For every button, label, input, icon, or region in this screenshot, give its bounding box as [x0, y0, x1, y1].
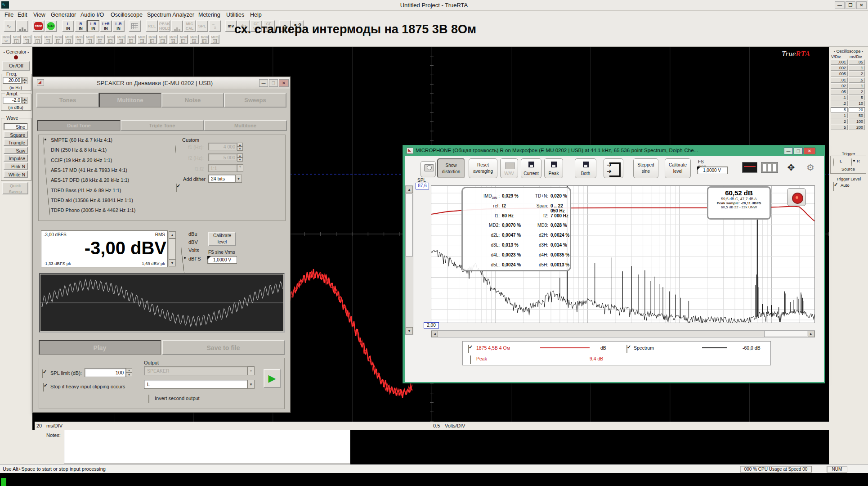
level-down-spinner[interactable]: ▼ [169, 259, 176, 266]
ratio-dropdown-arrow[interactable]: ▼ [237, 164, 243, 172]
y-axis-top-value[interactable]: 87,6 [416, 183, 429, 189]
mem-button-9[interactable]: Mem9 [95, 35, 105, 44]
bar-display-icon[interactable] [761, 162, 778, 173]
f2-down-spinner[interactable]: ▼ [237, 158, 243, 162]
subtab-dual-tone[interactable]: Dual Tone [37, 120, 121, 131]
level-up-spinner[interactable]: ▲ [169, 231, 176, 238]
scroll-left-arrow[interactable]: ◄ [431, 331, 438, 337]
vdiv-button-5[interactable]: 5 [831, 125, 848, 130]
toolbar-button-spectrum-bars[interactable] [171, 20, 183, 32]
ratio-dropdown[interactable]: 1:1 [208, 164, 237, 172]
stepped-sine-button[interactable]: Stepped sine [633, 158, 658, 178]
stop-clipping-checkbox[interactable] [43, 383, 44, 392]
msdiv-button-100[interactable]: 100 [849, 119, 865, 124]
msdiv-button-1[interactable]: 1 [849, 83, 865, 89]
wave-button-saw[interactable]: Saw [4, 147, 28, 154]
msdiv-button-10[interactable]: 10 [849, 101, 865, 106]
wave-button-whiten[interactable]: White N [4, 171, 28, 178]
mem-button-8[interactable]: Mem8 [85, 35, 94, 44]
mem-button-3[interactable]: Mem3 [33, 35, 42, 44]
vdiv-button-.002[interactable]: .002 [831, 65, 848, 71]
menu-item-help[interactable]: Help [250, 12, 262, 18]
mem-button-4[interactable]: Mem4 [43, 35, 53, 44]
mem-button-2[interactable]: Mem2 [22, 35, 31, 44]
scroll-down-arrow[interactable]: ▼ [406, 327, 413, 334]
mem-button-6[interactable]: Mem6 [64, 35, 73, 44]
msdiv-button-.5[interactable]: .5 [849, 77, 865, 83]
menu-item-file[interactable]: File [4, 12, 13, 18]
toolbar-button-L R[interactable]: L RIN [87, 20, 99, 32]
toolbar-button-L+R[interactable]: L+RIN [100, 20, 112, 32]
mic-minimize-button[interactable]: — [784, 148, 793, 154]
toolbar-button-STOP[interactable]: STOP [32, 20, 45, 32]
vdiv-button-.005[interactable]: .005 [831, 71, 848, 76]
frequency-down-spinner[interactable]: ▼ [22, 81, 27, 84]
menu-item-edit[interactable]: Edit [18, 12, 27, 18]
preset-radio-4[interactable] [46, 177, 47, 185]
scroll-thumb[interactable] [406, 194, 413, 256]
scroll-right-arrow[interactable]: ► [808, 331, 814, 337]
fs-sine-vrms-input[interactable]: 1,0000 V [207, 256, 237, 264]
vdiv-button-.001[interactable]: .001 [831, 59, 848, 65]
vdiv-button-.01[interactable]: .01 [831, 77, 848, 83]
msdiv-button-.05[interactable]: .05 [849, 59, 865, 65]
snapshot-button[interactable] [421, 161, 436, 177]
show-distortion-button[interactable]: Show distortion [437, 158, 465, 178]
speaker-close-button[interactable]: ✕ [279, 79, 289, 87]
preset-radio-6[interactable] [48, 197, 49, 206]
mem-button-7[interactable]: Mem7 [74, 35, 84, 44]
amplitude-up-spinner[interactable]: ▲ [22, 97, 27, 100]
msdiv-button-5[interactable]: 5 [849, 95, 865, 100]
peak-series-checkbox[interactable] [470, 356, 471, 364]
f2-up-spinner[interactable]: ▲ [237, 153, 243, 158]
series2-checkbox[interactable] [626, 345, 627, 353]
maximize-button[interactable]: ❐ [846, 1, 855, 9]
frequency-input[interactable]: 20.00 [3, 77, 22, 84]
mem-button-11[interactable]: Mem11 [116, 35, 125, 44]
vdiv-button-1[interactable]: 1 [831, 113, 848, 118]
preset-radio-5[interactable] [47, 187, 48, 196]
add-dither-checkbox[interactable] [176, 184, 177, 192]
mem-button-14[interactable]: Mem14 [148, 35, 157, 44]
mem-button-15[interactable]: Mem15 [158, 35, 167, 44]
tab-tones[interactable]: Tones [36, 93, 99, 108]
dither-bits-arrow[interactable]: ▼ [235, 175, 242, 183]
reset-averaging-button[interactable]: Reset averaging [469, 158, 497, 178]
menu-item-generator[interactable]: Generator [51, 12, 76, 18]
speaker-maximize-button[interactable]: ❐ [269, 79, 278, 87]
mem-button-18[interactable]: Mem18 [189, 35, 199, 44]
menu-item-spectrumanalyzer[interactable]: Spectrum Analyzer [147, 12, 194, 18]
x-axis-start-value[interactable]: 2,00 [424, 322, 439, 328]
msdiv-button-.1[interactable]: .1 [849, 65, 865, 71]
hscroll-thumb[interactable] [764, 331, 807, 337]
tab-multitone[interactable]: Multitone [99, 93, 161, 108]
toolbar-button-sine-wave[interactable]: ∿ [4, 20, 16, 32]
loopback-button[interactable]: ➔ ➔ [604, 158, 623, 178]
calibrate-level-button[interactable]: Calibrate level [208, 232, 236, 246]
mem-button-16[interactable]: Mem16 [168, 35, 178, 44]
trigger-left-radio[interactable] [833, 158, 834, 166]
wave-button-square[interactable]: Square [4, 131, 28, 138]
notes-input[interactable] [64, 430, 350, 464]
level-spinner-track[interactable] [169, 238, 176, 259]
toolbar-button-L-R[interactable]: L-RIN [112, 20, 125, 32]
toolbar-button-PEAK[interactable]: PEAKHOLD [158, 20, 170, 32]
menu-item-utilities[interactable]: Utilities [226, 12, 244, 18]
quick-sweep-button[interactable]: Quick Sweep [2, 182, 28, 194]
msdiv-button-50[interactable]: 50 [849, 113, 865, 118]
menu-item-audioio[interactable]: Audio I/O [81, 12, 104, 18]
toolbar-button-GO[interactable]: GO [45, 20, 57, 32]
vdiv-button-.2[interactable]: .2 [831, 101, 848, 106]
trigger-right-radio[interactable] [851, 158, 852, 166]
f2-input[interactable]: 5 000 [208, 153, 237, 161]
vdiv-button-.02[interactable]: .02 [831, 83, 848, 89]
mem-button-1[interactable]: Mem1 [12, 35, 21, 44]
unit-radio-dbv[interactable] [182, 255, 183, 264]
plot-vertical-scrollbar[interactable]: ▲ ▼ [405, 185, 413, 335]
f1-down-spinner[interactable]: ▼ [237, 147, 243, 151]
settings-gear-icon[interactable]: ⚙ [804, 161, 817, 174]
toolbar-button-R[interactable]: RIN [75, 20, 87, 32]
unit-radio-volts[interactable] [183, 263, 184, 272]
save-to-file-button[interactable]: Save to file [162, 340, 285, 355]
f1-up-spinner[interactable]: ▲ [237, 143, 243, 147]
